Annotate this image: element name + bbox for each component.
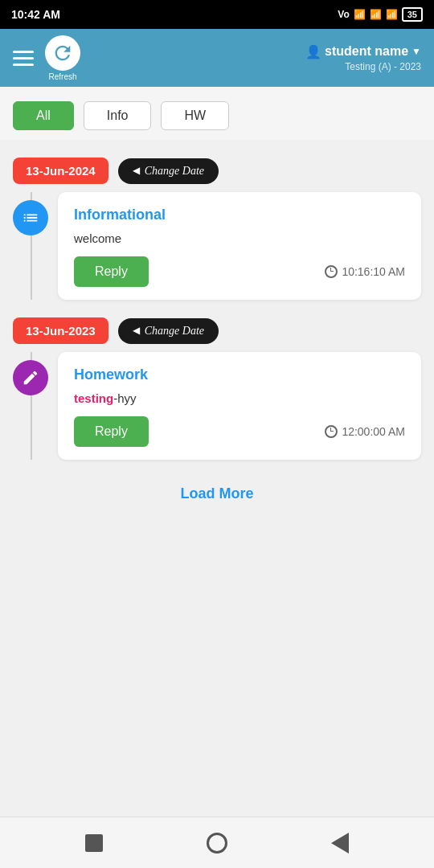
message-card-1: Informational welcome Reply 10:16:10 AM <box>58 192 421 300</box>
reply-button-1[interactable]: Reply <box>74 256 149 287</box>
timeline-1: Informational welcome Reply 10:16:10 AM <box>13 192 421 300</box>
hamburger-menu[interactable] <box>13 51 34 66</box>
back-icon <box>331 833 349 854</box>
message-body-1: welcome <box>74 231 405 245</box>
change-date-button-2[interactable]: Change Date <box>118 318 219 344</box>
message-time-1: 10:16:10 AM <box>325 265 405 278</box>
timeline-dot-homework <box>13 360 48 395</box>
network-icon: Vo <box>338 9 349 20</box>
refresh-button[interactable]: Refresh <box>45 35 80 81</box>
message-footer-1: Reply 10:16:10 AM <box>74 256 405 287</box>
date-row-2: 13-Jun-2023 Change Date <box>0 306 434 352</box>
dropdown-arrow-icon: ▼ <box>411 46 421 57</box>
date-badge-1: 13-Jun-2024 <box>13 158 108 184</box>
message-type-informational: Informational <box>74 207 405 223</box>
status-icons: Vo 📶 📶 📶 35 <box>338 7 423 22</box>
nav-back-button[interactable] <box>327 830 353 856</box>
refresh-label: Refresh <box>48 72 76 81</box>
refresh-icon <box>51 42 74 64</box>
clock-icon-1 <box>325 265 338 278</box>
date-row-1: 13-Jun-2024 Change Date <box>0 146 434 192</box>
message-time-2: 12:00:00 AM <box>325 425 405 438</box>
nav-stop-button[interactable] <box>81 830 107 856</box>
tab-info[interactable]: Info <box>84 101 152 130</box>
clock-icon-2 <box>325 425 338 438</box>
load-more-button[interactable]: Load More <box>180 485 253 502</box>
load-more-section: Load More <box>0 466 434 522</box>
nav-home-button[interactable] <box>204 830 230 856</box>
signal-icon: 📶 <box>354 9 366 20</box>
home-icon <box>207 833 227 854</box>
reply-button-2[interactable]: Reply <box>74 416 149 447</box>
bottom-nav <box>0 817 434 868</box>
highlight-text: testing <box>74 391 113 405</box>
user-icon: 👤 <box>305 44 321 59</box>
wifi-icon2: 📶 <box>386 9 398 20</box>
filter-tabs: All Info HW <box>0 87 434 140</box>
content-area: 13-Jun-2024 Change Date Informational we… <box>0 140 434 817</box>
change-date-button-1[interactable]: Change Date <box>118 158 219 184</box>
tab-all[interactable]: All <box>13 101 74 130</box>
entry-2: 13-Jun-2023 Change Date Homework testing… <box>0 306 434 460</box>
battery-icon: 35 <box>402 7 423 22</box>
entry-1: 13-Jun-2024 Change Date Informational we… <box>0 146 434 300</box>
list-icon <box>22 209 39 227</box>
status-time: 10:42 AM <box>11 8 60 21</box>
timeline-dot-informational <box>13 200 48 235</box>
student-name[interactable]: 👤 student name ▼ <box>305 44 421 59</box>
message-card-2: Homework testing-hyy Reply 12:00:00 AM <box>58 352 421 460</box>
tab-hw[interactable]: HW <box>161 101 229 130</box>
date-badge-2: 13-Jun-2023 <box>13 317 108 344</box>
header-left: Refresh <box>13 35 80 81</box>
wifi-icon: 📶 <box>370 9 382 20</box>
header-right: 👤 student name ▼ Testing (A) - 2023 <box>305 44 421 72</box>
message-type-homework: Homework <box>74 366 405 383</box>
testing-label: Testing (A) - 2023 <box>305 61 421 72</box>
message-footer-2: Reply 12:00:00 AM <box>74 416 405 447</box>
message-body-2: testing-hyy <box>74 391 405 405</box>
pencil-icon <box>22 369 39 387</box>
timeline-2: Homework testing-hyy Reply 12:00:00 AM <box>13 352 421 460</box>
top-header: Refresh 👤 student name ▼ Testing (A) - 2… <box>0 29 434 87</box>
status-bar: 10:42 AM Vo 📶 📶 📶 35 <box>0 0 434 29</box>
stop-icon <box>85 834 103 852</box>
